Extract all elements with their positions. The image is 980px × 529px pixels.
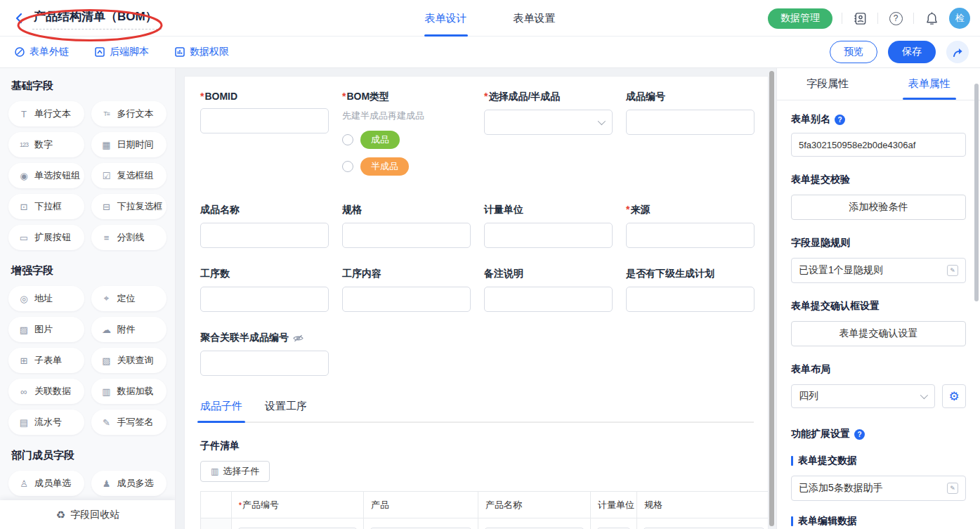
field-pill-subform[interactable]: ⊞ 子表单 [8, 348, 84, 373]
share-button[interactable] [946, 41, 969, 63]
field-pill-extend-button[interactable]: ▭ 扩展按钮 [8, 225, 84, 250]
source-input[interactable] [626, 223, 754, 248]
multi-line-text-icon: T≡ [101, 110, 112, 117]
share-arrow-icon [952, 47, 964, 58]
field-source[interactable]: *来源 [626, 204, 754, 248]
add-validation-button[interactable]: 添加校验条件 [791, 195, 966, 220]
field-pill-data-load[interactable]: ▥ 数据加载 [91, 379, 167, 404]
help-icon[interactable]: ? [887, 10, 904, 27]
tab-finished-children[interactable]: 成品子件 [200, 400, 242, 422]
tab-field-properties[interactable]: 字段属性 [777, 68, 879, 100]
subform-header-row: *产品编号 产品 产品名称 计量单位 规格 [201, 492, 769, 518]
form-canvas-area: *BOMID *BOM类型 先建半成品再建成品 成品 半成品 [176, 68, 776, 529]
field-pill-single-line-text[interactable]: T 单行文本 [8, 101, 84, 126]
field-pill-image[interactable]: ▨ 图片 [8, 317, 84, 342]
help-icon[interactable]: ? [854, 429, 865, 440]
header-actions: 数据管理 ? 检 [768, 0, 970, 37]
edit-icon[interactable]: ✎ [947, 483, 958, 494]
checkbox-icon: ☑ [101, 171, 112, 181]
field-pill-signature[interactable]: ✎ 手写签名 [91, 410, 167, 435]
operation-log-icon[interactable] [851, 10, 868, 27]
field-pill-multi-line-text[interactable]: T≡ 多行文本 [91, 101, 167, 126]
field-pill-checkbox-group[interactable]: ☑ 复选框组 [91, 163, 167, 188]
select-child-button[interactable]: ▥ 选择子件 [200, 461, 270, 482]
field-bomid[interactable]: *BOMID [200, 91, 329, 133]
remark-input[interactable] [484, 287, 613, 312]
subform-row-1: 1 [201, 518, 769, 529]
field-has-sub-plan[interactable]: 是否有下级生成计划 [626, 268, 754, 312]
preview-button[interactable]: 预览 [830, 41, 877, 63]
form-toolbar: 表单外链 后端脚本 数据权限 预览 保存 [0, 37, 980, 68]
field-process-content[interactable]: 工序内容 [342, 268, 471, 312]
field-pill-member-single[interactable]: ♙ 成员单选 [8, 471, 84, 496]
field-select-product[interactable]: *选择成品/半成品 [484, 91, 613, 135]
radio-option-finished[interactable]: 成品 [342, 131, 471, 149]
radio-option-semi-finished[interactable]: 半成品 [342, 157, 471, 176]
unit-input[interactable] [484, 223, 613, 248]
field-pill-related-query[interactable]: ▧ 关联查询 [91, 348, 167, 373]
radio-circle[interactable] [342, 161, 353, 172]
divider [842, 13, 842, 24]
notification-bell-icon[interactable] [923, 10, 940, 27]
field-remark[interactable]: 备注说明 [484, 268, 613, 312]
field-process-count[interactable]: 工序数 [200, 268, 329, 312]
field-pill-dropdown[interactable]: ⊡ 下拉框 [8, 194, 84, 219]
panel-scrollbar[interactable] [974, 84, 979, 301]
data-permission-link[interactable]: 数据权限 [174, 46, 229, 58]
field-pill-number[interactable]: 123 数字 [8, 132, 84, 157]
process-count-input[interactable] [200, 287, 329, 312]
submit-confirm-button[interactable]: 表单提交确认设置 [791, 321, 966, 346]
permission-icon [174, 46, 185, 58]
form-alias-input[interactable] [791, 133, 966, 157]
submit-data-box[interactable]: 已添加5条数据助手 ✎ [791, 476, 966, 501]
spec-input[interactable] [342, 223, 471, 248]
tab-form-properties[interactable]: 表单属性 [879, 68, 980, 100]
visibility-rules-box[interactable]: 已设置1个显隐规则 ✎ [791, 258, 966, 283]
field-library-sidebar: 基础字段 T 单行文本 T≡ 多行文本 123 数字 ▦ 日期时间 ◉ 单选按钮… [0, 68, 176, 529]
field-pill-multi-dropdown[interactable]: ⊟ 下拉复选框 [91, 194, 167, 219]
field-pill-divider-line[interactable]: ≡ 分割线 [91, 225, 167, 250]
bomid-input[interactable] [200, 108, 329, 133]
tab-process-setting[interactable]: 设置工序 [265, 400, 307, 422]
field-pill-member-multi[interactable]: ♟ 成员多选 [91, 471, 167, 496]
has-sub-plan-input[interactable] [626, 287, 754, 312]
field-unit[interactable]: 计量单位 [484, 204, 613, 248]
field-product-name[interactable]: 成品名称 [200, 204, 329, 248]
user-avatar[interactable]: 检 [949, 8, 970, 29]
layout-gear-button[interactable]: ⚙ [942, 384, 966, 408]
select-product-dropdown[interactable] [484, 110, 613, 135]
field-pill-related-data[interactable]: ∞ 关联数据 [8, 379, 84, 404]
product-name-input[interactable] [200, 223, 329, 248]
field-aggregate-code[interactable]: 聚合关联半成品编号 [200, 332, 329, 376]
field-pill-datetime[interactable]: ▦ 日期时间 [91, 132, 167, 157]
edit-icon[interactable]: ✎ [947, 265, 958, 276]
save-button[interactable]: 保存 [888, 41, 936, 63]
field-pill-address[interactable]: ◎ 地址 [8, 286, 84, 311]
field-pill-serial-number[interactable]: ▤ 流水号 [8, 410, 84, 435]
process-content-input[interactable] [342, 287, 471, 312]
product-code-input[interactable] [626, 110, 754, 135]
extension-settings-label: 功能扩展设置 ? [791, 428, 966, 440]
help-icon[interactable]: ? [835, 115, 845, 125]
enhanced-fields-grid: ◎ 地址 ⌖ 定位 ▨ 图片 ☁ 附件 ⊞ 子表单 ▧ 关联查询 [8, 286, 166, 435]
aggregate-code-input[interactable] [200, 351, 329, 376]
image-icon: ▨ [18, 325, 30, 335]
field-bom-type[interactable]: *BOM类型 先建半成品再建成品 成品 半成品 [342, 91, 471, 184]
radio-circle[interactable] [342, 134, 353, 145]
field-pill-radio-group[interactable]: ◉ 单选按钮组 [8, 163, 84, 188]
attachment-cloud-icon: ☁ [101, 325, 112, 335]
layout-select[interactable]: 四列 [791, 384, 935, 408]
tab-form-design[interactable]: 表单设计 [425, 0, 467, 37]
field-spec[interactable]: 规格 [342, 204, 471, 248]
back-icon[interactable] [11, 11, 27, 26]
canvas-scrollbar[interactable] [769, 71, 774, 526]
form-external-link[interactable]: 表单外链 [14, 46, 69, 58]
tab-form-settings[interactable]: 表单设置 [514, 0, 556, 37]
field-pill-attachment[interactable]: ☁ 附件 [91, 317, 167, 342]
col-product-code: *产品编号 [232, 492, 364, 518]
field-product-code[interactable]: 成品编号 [626, 91, 754, 135]
field-recycle-bin[interactable]: ♻ 字段回收站 [0, 500, 176, 529]
backend-script-link[interactable]: 后端脚本 [94, 46, 149, 58]
field-pill-location[interactable]: ⌖ 定位 [91, 286, 167, 311]
data-manage-button[interactable]: 数据管理 [768, 8, 832, 29]
